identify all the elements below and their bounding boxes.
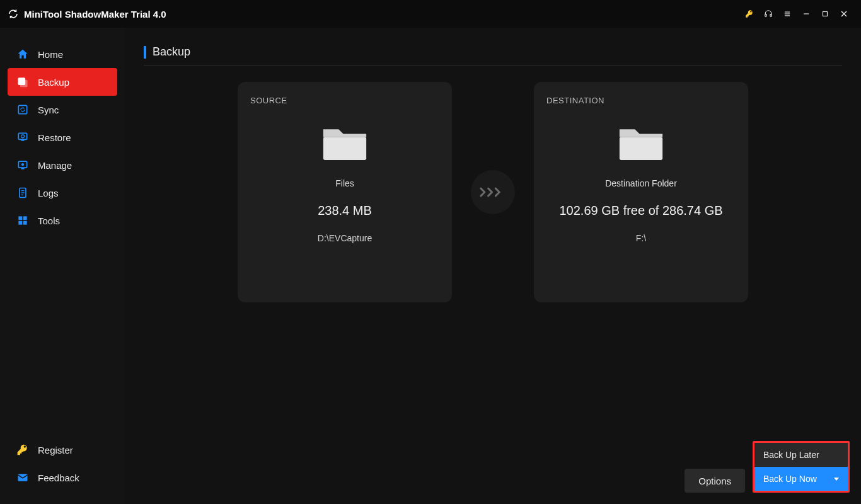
sidebar-item-label: Manage bbox=[38, 160, 72, 171]
destination-free: 102.69 GB free of 286.74 GB bbox=[559, 203, 722, 218]
sidebar-item-label: Home bbox=[38, 49, 63, 60]
sidebar-item-label: Feedback bbox=[38, 472, 79, 483]
source-path: D:\EVCapture bbox=[318, 233, 372, 243]
sidebar-item-label: Backup bbox=[38, 77, 69, 88]
svg-rect-25 bbox=[23, 221, 27, 225]
svg-rect-27 bbox=[323, 137, 366, 160]
maximize-button[interactable] bbox=[816, 4, 835, 23]
svg-rect-11 bbox=[18, 105, 26, 113]
button-label: Back Up Now bbox=[763, 474, 817, 484]
titlebar: MiniTool ShadowMaker Trial 4.0 bbox=[0, 0, 861, 28]
folder-icon bbox=[616, 122, 666, 161]
sidebar-item-label: Restore bbox=[38, 132, 71, 143]
svg-rect-22 bbox=[18, 216, 22, 220]
key-icon bbox=[16, 444, 29, 456]
sidebar-item-logs[interactable]: Logs bbox=[8, 179, 117, 207]
logs-icon bbox=[16, 186, 29, 199]
tools-icon bbox=[16, 214, 29, 227]
source-heading: SOURCE bbox=[250, 96, 287, 105]
page-title: Backup bbox=[153, 45, 190, 59]
svg-rect-12 bbox=[18, 133, 26, 139]
sidebar-item-label: Sync bbox=[38, 105, 59, 115]
app-logo-icon bbox=[8, 8, 19, 20]
minimize-button[interactable] bbox=[797, 4, 816, 23]
mail-icon bbox=[16, 471, 29, 484]
accent-bar bbox=[144, 46, 146, 59]
sidebar: Home Backup Sync bbox=[0, 28, 125, 504]
backup-icon bbox=[16, 76, 29, 88]
app-title: MiniTool ShadowMaker Trial 4.0 bbox=[24, 9, 166, 20]
sidebar-item-manage[interactable]: Manage bbox=[8, 151, 117, 179]
source-card[interactable]: SOURCE Files 238.4 MB D:\EVCapture bbox=[238, 82, 452, 302]
backup-later-option[interactable]: Back Up Later bbox=[754, 443, 848, 467]
sidebar-item-sync[interactable]: Sync bbox=[8, 96, 117, 123]
sidebar-item-home[interactable]: Home bbox=[8, 40, 117, 68]
sidebar-item-label: Register bbox=[38, 445, 73, 455]
destination-card[interactable]: DESTINATION Destination Folder 102.69 GB… bbox=[534, 82, 748, 302]
source-size: 238.4 MB bbox=[318, 203, 372, 218]
destination-type: Destination Folder bbox=[605, 178, 677, 188]
destination-path: F:\ bbox=[636, 233, 646, 243]
sidebar-item-restore[interactable]: Restore bbox=[8, 123, 117, 151]
svg-rect-28 bbox=[620, 137, 662, 160]
folder-icon bbox=[320, 122, 369, 161]
arrow-separator bbox=[471, 170, 515, 214]
titlebar-menu-icon[interactable] bbox=[778, 4, 797, 23]
svg-rect-0 bbox=[765, 14, 766, 16]
backup-dropdown-highlight: Back Up Later Back Up Now bbox=[753, 441, 850, 493]
sidebar-item-tools[interactable]: Tools bbox=[8, 207, 117, 234]
page-header: Backup bbox=[144, 45, 842, 66]
svg-rect-24 bbox=[18, 221, 22, 225]
sidebar-item-label: Tools bbox=[38, 215, 60, 226]
svg-rect-23 bbox=[23, 216, 27, 220]
main-content: Backup SOURCE Files 238.4 MB D:\EVCaptur… bbox=[125, 28, 861, 504]
titlebar-support-icon[interactable] bbox=[759, 4, 778, 23]
svg-rect-14 bbox=[21, 140, 25, 141]
svg-rect-1 bbox=[770, 14, 771, 16]
source-type: Files bbox=[335, 178, 354, 188]
button-label: Back Up Later bbox=[763, 450, 819, 460]
svg-rect-17 bbox=[21, 168, 25, 169]
titlebar-key-icon[interactable] bbox=[740, 4, 759, 23]
sidebar-item-label: Logs bbox=[38, 188, 59, 198]
sidebar-item-register[interactable]: Register bbox=[8, 436, 117, 464]
caret-down-icon bbox=[834, 478, 839, 481]
svg-rect-6 bbox=[823, 12, 828, 16]
restore-icon bbox=[16, 131, 29, 144]
backup-cards-row: SOURCE Files 238.4 MB D:\EVCapture DESTI… bbox=[144, 82, 842, 302]
svg-point-16 bbox=[21, 163, 24, 166]
button-label: Options bbox=[698, 476, 731, 486]
footer-actions: Options Back Up Later Back Up Now bbox=[685, 441, 850, 493]
chevrons-right-icon bbox=[479, 185, 507, 199]
sync-icon bbox=[16, 103, 29, 116]
svg-rect-10 bbox=[20, 80, 28, 88]
options-button[interactable]: Options bbox=[685, 469, 745, 493]
manage-icon bbox=[16, 159, 29, 171]
svg-point-13 bbox=[21, 135, 25, 138]
sidebar-item-backup[interactable]: Backup bbox=[8, 68, 117, 96]
backup-now-button[interactable]: Back Up Now bbox=[754, 467, 848, 491]
close-button[interactable] bbox=[835, 4, 853, 23]
sidebar-item-feedback[interactable]: Feedback bbox=[8, 464, 117, 491]
home-icon bbox=[16, 48, 29, 60]
app-window: MiniTool ShadowMaker Trial 4.0 bbox=[0, 0, 861, 504]
destination-heading: DESTINATION bbox=[546, 96, 604, 105]
